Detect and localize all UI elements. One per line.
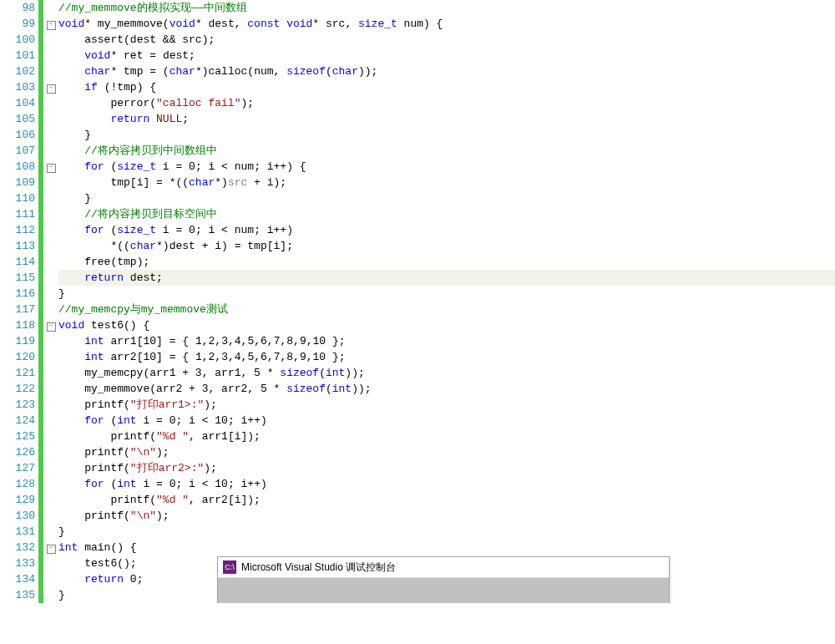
- token-op: ;: [163, 446, 170, 459]
- token-op: (: [104, 160, 118, 173]
- token-num: 10: [313, 335, 326, 347]
- code-line[interactable]: void test6() {: [58, 317, 835, 333]
- code-line[interactable]: assert(dest && src);: [58, 32, 835, 48]
- fold-cell: [43, 444, 58, 460]
- token-id: arr1: [110, 335, 136, 347]
- fold-toggle-icon[interactable]: −: [47, 322, 56, 332]
- token-op: ;: [143, 256, 149, 268]
- fold-toggle-icon[interactable]: −: [47, 164, 56, 173]
- code-line[interactable]: free(tmp);: [58, 254, 835, 270]
- token-num: 4: [235, 335, 241, 347]
- code-line[interactable]: for (int i = 0; i < 10; i++): [58, 413, 835, 428]
- token-op: ,: [306, 351, 313, 363]
- code-line[interactable]: printf("\n");: [58, 444, 835, 460]
- code-area[interactable]: //my_memmove的模拟实现——中间数组void* my_memmove(…: [58, 0, 835, 603]
- code-line[interactable]: }: [58, 127, 835, 143]
- token-kw: int: [58, 541, 78, 554]
- token-str: "\n": [130, 446, 156, 459]
- fold-cell: [43, 587, 58, 603]
- fold-cell: −: [43, 159, 58, 175]
- code-line[interactable]: //my_memcpy与my_memmove测试: [58, 302, 835, 317]
- token-op: ++): [247, 478, 266, 490]
- fold-toggle-icon[interactable]: −: [47, 84, 56, 94]
- fold-cell: [43, 270, 58, 286]
- code-line[interactable]: for (size_t i = 0; i < num; i++) {: [58, 159, 835, 175]
- token-id: printf: [58, 494, 149, 506]
- token-op: *: [84, 18, 98, 30]
- code-line[interactable]: }: [58, 524, 835, 540]
- code-line[interactable]: for (size_t i = 0; i < num; i++): [58, 222, 835, 238]
- fold-cell: [43, 508, 58, 524]
- token-op: [58, 335, 84, 347]
- token-op: };: [326, 335, 345, 347]
- code-line[interactable]: printf("打印arr2>:");: [58, 460, 835, 476]
- token-sizet: size_t: [117, 160, 156, 173]
- fold-cell: −: [43, 317, 58, 333]
- code-line[interactable]: int arr1[10] = { 1,2,3,4,5,6,7,8,9,10 };: [58, 333, 835, 349]
- fold-toggle-icon[interactable]: −: [47, 21, 56, 30]
- fold-toggle-icon[interactable]: −: [47, 545, 56, 554]
- line-number: 117: [0, 302, 35, 317]
- code-line[interactable]: int arr2[10] = { 1,2,3,4,5,6,7,8,9,10 };: [58, 349, 835, 365]
- code-line[interactable]: my_memmove(arr2 + 3, arr2, 5 * sizeof(in…: [58, 381, 835, 397]
- code-line[interactable]: tmp[i] = *((char*)src + i);: [58, 175, 835, 190]
- token-kw: int: [117, 414, 136, 427]
- token-kw: char: [170, 65, 195, 78]
- token-str: "calloc fail": [156, 97, 240, 109]
- code-line[interactable]: void* ret = dest;: [58, 48, 835, 63]
- code-line[interactable]: return NULL;: [58, 111, 835, 127]
- token-kw: sizeof: [286, 383, 326, 395]
- line-number: 133: [0, 555, 35, 571]
- code-line[interactable]: //将内容拷贝到目标空间中: [58, 206, 835, 222]
- code-line[interactable]: printf("%d ", arr1[i]);: [58, 428, 835, 444]
- code-line[interactable]: for (int i = 0; i < 10; i++): [58, 476, 835, 492]
- token-op: *: [267, 383, 286, 395]
- token-op: ++): [247, 414, 266, 427]
- token-paren: (: [124, 398, 130, 411]
- token-id: src: [175, 33, 201, 46]
- token-id: num: [235, 224, 254, 236]
- code-line[interactable]: }: [58, 190, 835, 206]
- token-num: 10: [143, 335, 156, 347]
- token-id: i: [209, 224, 222, 236]
- fold-cell: [43, 111, 58, 127]
- token-id: i: [143, 414, 156, 427]
- code-line[interactable]: *((char*)dest + i) = tmp[i];: [58, 238, 835, 254]
- token-kw: char: [84, 65, 110, 78]
- code-line[interactable]: return dest;: [58, 270, 835, 286]
- code-line[interactable]: //my_memmove的模拟实现——中间数组: [58, 0, 835, 16]
- token-op: ;: [254, 224, 267, 236]
- code-line[interactable]: void* my_memmove(void* dest, const void*…: [58, 16, 835, 32]
- token-paren: }: [58, 525, 65, 538]
- code-line[interactable]: if (!tmp) {: [58, 79, 835, 95]
- code-line[interactable]: printf("%d ", arr2[i]);: [58, 492, 835, 508]
- token-num: 10: [143, 351, 156, 363]
- token-id: calloc: [209, 65, 248, 78]
- token-op: (: [104, 224, 118, 236]
- token-paren: (: [319, 367, 326, 379]
- token-paren: ) {: [137, 81, 156, 94]
- token-op: <: [202, 478, 215, 490]
- code-line[interactable]: printf("打印arr1>:");: [58, 397, 835, 413]
- code-line[interactable]: my_memcpy(arr1 + 3, arr1, 5 * sizeof(int…: [58, 365, 835, 381]
- token-id: assert: [58, 33, 124, 46]
- console-titlebar[interactable]: C:\ Microsoft Visual Studio 调试控制台: [218, 557, 669, 578]
- code-line[interactable]: }: [58, 286, 835, 302]
- code-line[interactable]: int main() {: [58, 540, 835, 555]
- code-line[interactable]: //将内容拷贝到中间数组中: [58, 143, 835, 159]
- code-line[interactable]: char* tmp = (char*)calloc(num, sizeof(ch…: [58, 63, 835, 79]
- token-kw: return: [110, 113, 149, 125]
- token-paren: }: [58, 192, 91, 205]
- token-op: [124, 573, 130, 586]
- line-number: 99: [0, 16, 35, 32]
- token-paren: () {: [124, 319, 149, 332]
- token-paren: (: [149, 494, 156, 506]
- line-number: 100: [0, 32, 35, 48]
- token-paren: (: [124, 33, 130, 46]
- token-id: main: [84, 541, 110, 554]
- token-op: ];: [280, 240, 293, 252]
- token-op: ++) {: [274, 160, 306, 173]
- token-num: 1: [195, 351, 202, 363]
- code-line[interactable]: perror("calloc fail");: [58, 95, 835, 111]
- code-line[interactable]: printf("\n");: [58, 508, 835, 524]
